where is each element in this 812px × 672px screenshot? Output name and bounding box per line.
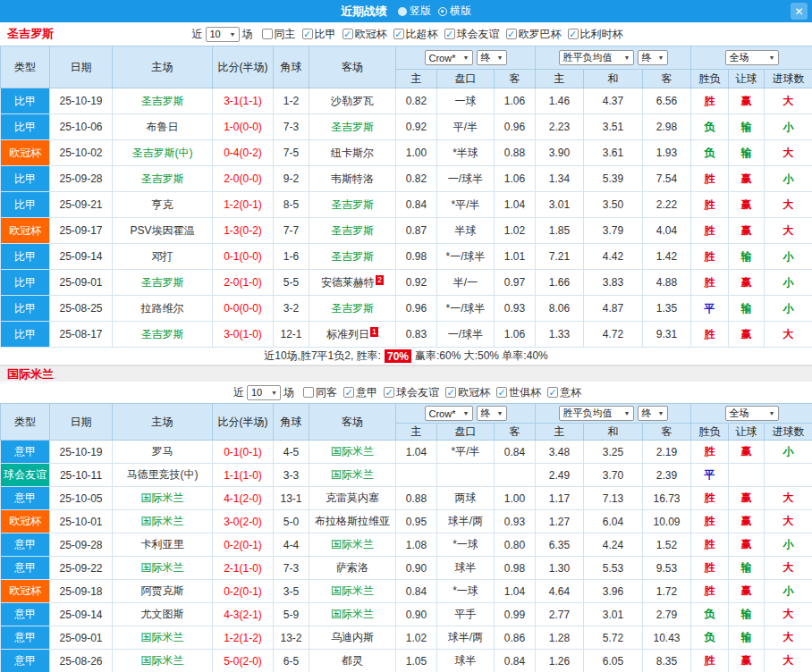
- filter-checkbox[interactable]: ✓球会友谊: [444, 27, 500, 42]
- cell-score[interactable]: 4-3(2-1): [213, 603, 274, 626]
- europe-avg-select[interactable]: 胜平负均值▼: [559, 50, 634, 65]
- filter-checkbox[interactable]: ✓比甲: [302, 27, 336, 42]
- cell-home-team[interactable]: 罗马: [113, 441, 213, 464]
- cell-home-team[interactable]: PSV埃因霍温: [113, 218, 213, 244]
- cell-score[interactable]: 2-0(1-0): [213, 270, 274, 296]
- cell-away-team[interactable]: 国际米兰: [309, 441, 396, 464]
- cell-score[interactable]: 2-1(1-0): [213, 557, 274, 580]
- cell-away-team[interactable]: 圣吉罗斯: [309, 296, 396, 322]
- cell-score[interactable]: 1-3(0-2): [213, 218, 274, 244]
- full-match-select[interactable]: 全场▼: [725, 50, 779, 65]
- cell-score[interactable]: 5-0(2-0): [213, 650, 274, 672]
- cell-home-team[interactable]: 国际米兰: [113, 487, 213, 510]
- filter-checkbox[interactable]: ✓欧冠杯: [445, 385, 490, 400]
- checkbox-icon[interactable]: ✓: [496, 387, 507, 398]
- cell-home-team[interactable]: 圣吉罗斯: [113, 166, 213, 192]
- full-match-select[interactable]: 全场▼: [725, 406, 779, 421]
- view-mode-radio[interactable]: 横版: [438, 4, 471, 19]
- filter-checkbox[interactable]: ✓欧罗巴杯: [506, 27, 562, 42]
- cell-home-team[interactable]: 国际米兰: [113, 626, 213, 650]
- cell-home-team[interactable]: 卡利亚里: [113, 533, 213, 557]
- cell-score[interactable]: 2-0(0-0): [213, 166, 274, 192]
- europe-final-select[interactable]: 终▼: [638, 50, 668, 65]
- cell-away-team[interactable]: 圣吉罗斯: [309, 192, 396, 218]
- filter-checkbox[interactable]: 同主: [262, 27, 296, 42]
- filter-checkbox[interactable]: ✓比超杯: [393, 27, 438, 42]
- cell-score[interactable]: 1-0(0-0): [213, 114, 274, 140]
- cell-away-team[interactable]: 都灵: [309, 650, 396, 672]
- europe-avg-select[interactable]: 胜平负均值▼: [559, 406, 634, 421]
- cell-home-team[interactable]: 拉路维尔: [113, 296, 213, 322]
- cell-away-team[interactable]: 萨索洛: [309, 557, 396, 580]
- filter-checkbox[interactable]: ✓意杯: [547, 385, 581, 400]
- filter-checkbox[interactable]: ✓球会友谊: [384, 385, 439, 400]
- close-icon[interactable]: ✕: [791, 3, 808, 20]
- cell-away-team[interactable]: 圣吉罗斯: [309, 218, 396, 244]
- checkbox-icon[interactable]: ✓: [302, 29, 313, 39]
- checkbox-icon[interactable]: ✓: [393, 29, 404, 39]
- filter-checkbox[interactable]: 同客: [303, 385, 337, 400]
- checkbox-icon[interactable]: ✓: [343, 387, 354, 398]
- cell-score[interactable]: 4-1(2-0): [213, 487, 274, 510]
- cell-score[interactable]: 0-0(0-0): [213, 296, 274, 322]
- asia-final-select[interactable]: 终▼: [477, 406, 507, 421]
- cell-home-team[interactable]: 国际米兰: [113, 650, 213, 672]
- checkbox-icon[interactable]: ✓: [444, 29, 455, 39]
- checkbox-icon[interactable]: [262, 29, 273, 39]
- cell-away-team[interactable]: 沙勒罗瓦: [309, 88, 396, 114]
- cell-score[interactable]: 0-1(0-0): [213, 244, 274, 270]
- cell-away-team[interactable]: 国际米兰: [309, 533, 396, 557]
- cell-home-team[interactable]: 布鲁日: [113, 114, 213, 140]
- odds-company-select[interactable]: Crow*▼: [425, 50, 473, 65]
- cell-away-team[interactable]: 布拉格斯拉维亚: [309, 510, 396, 533]
- cell-home-team[interactable]: 马德里竞技(中): [113, 464, 213, 487]
- filter-checkbox[interactable]: ✓世俱杯: [496, 385, 541, 400]
- match-count-select[interactable]: 10▼: [247, 385, 281, 400]
- checkbox-icon[interactable]: ✓: [547, 387, 558, 398]
- checkbox-icon[interactable]: [303, 387, 314, 398]
- cell-score[interactable]: 0-4(0-2): [213, 140, 274, 166]
- cell-away-team[interactable]: 纽卡斯尔: [309, 140, 396, 166]
- cell-score[interactable]: 3-1(1-1): [213, 88, 274, 114]
- cell-score[interactable]: 3-0(2-0): [213, 510, 274, 533]
- cell-score[interactable]: 0-2(0-1): [213, 533, 274, 557]
- cell-home-team[interactable]: 亨克: [113, 192, 213, 218]
- filter-checkbox[interactable]: ✓欧冠杯: [343, 27, 387, 42]
- cell-away-team[interactable]: 标准列日1: [309, 322, 396, 348]
- checkbox-icon[interactable]: ✓: [506, 29, 517, 39]
- odds-company-select[interactable]: Crow*▼: [425, 406, 473, 421]
- filter-checkbox[interactable]: ✓意甲: [343, 385, 377, 400]
- cell-away-team[interactable]: 国际米兰: [309, 464, 396, 487]
- cell-away-team[interactable]: 安德莱赫特2: [309, 270, 396, 296]
- checkbox-icon[interactable]: ✓: [568, 29, 579, 39]
- cell-away-team[interactable]: 克雷莫内塞: [309, 487, 396, 510]
- filter-checkbox[interactable]: ✓比利时杯: [568, 27, 623, 42]
- cell-home-team[interactable]: 国际米兰: [113, 557, 213, 580]
- cell-home-team[interactable]: 圣吉罗斯(中): [113, 140, 213, 166]
- cell-away-team[interactable]: 国际米兰: [309, 580, 396, 603]
- cell-home-team[interactable]: 圣吉罗斯: [113, 270, 213, 296]
- checkbox-icon[interactable]: ✓: [384, 387, 394, 398]
- cell-home-team[interactable]: 圣吉罗斯: [113, 322, 213, 348]
- cell-score[interactable]: 1-2(1-2): [213, 626, 274, 650]
- checkbox-icon[interactable]: ✓: [343, 29, 353, 39]
- cell-home-team[interactable]: 邓打: [113, 244, 213, 270]
- cell-score[interactable]: 1-2(0-1): [213, 192, 274, 218]
- cell-home-team[interactable]: 国际米兰: [113, 510, 213, 533]
- asia-final-select[interactable]: 终▼: [477, 50, 507, 65]
- cell-home-team[interactable]: 阿贾克斯: [113, 580, 213, 603]
- view-mode-radio[interactable]: 竖版: [398, 4, 431, 19]
- cell-away-team[interactable]: 乌迪内斯: [309, 626, 396, 650]
- cell-home-team[interactable]: 圣吉罗斯: [113, 88, 213, 114]
- cell-score[interactable]: 1-1(1-0): [213, 464, 274, 487]
- cell-away-team[interactable]: 韦斯特洛: [309, 166, 396, 192]
- cell-score[interactable]: 0-1(0-1): [213, 441, 274, 464]
- cell-home-team[interactable]: 尤文图斯: [113, 603, 213, 626]
- cell-away-team[interactable]: 圣吉罗斯: [309, 114, 396, 140]
- cell-score[interactable]: 3-0(1-0): [213, 322, 274, 348]
- match-count-select[interactable]: 10▼: [206, 27, 240, 42]
- europe-final-select[interactable]: 终▼: [638, 406, 668, 421]
- cell-away-team[interactable]: 圣吉罗斯: [309, 244, 396, 270]
- checkbox-icon[interactable]: ✓: [445, 387, 456, 398]
- cell-score[interactable]: 0-2(0-1): [213, 580, 274, 603]
